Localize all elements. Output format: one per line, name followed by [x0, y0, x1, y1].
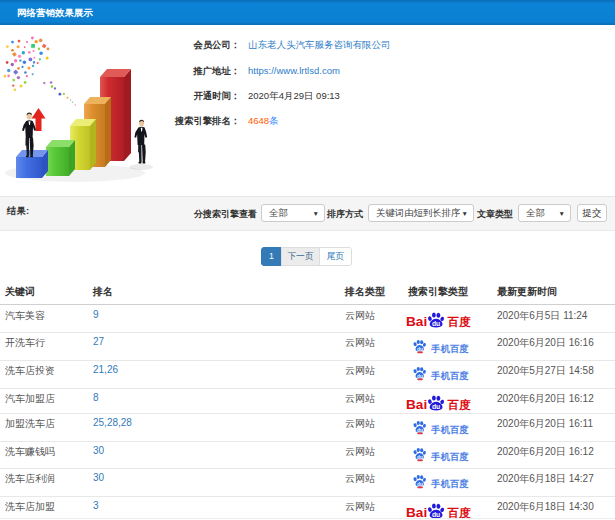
svg-text:du: du	[432, 511, 440, 518]
svg-text:手机百度: 手机百度	[430, 478, 469, 489]
svg-text:du: du	[417, 347, 423, 352]
svg-text:du: du	[417, 374, 423, 379]
svg-text:百度: 百度	[447, 398, 472, 411]
svg-text:百度: 百度	[447, 315, 472, 328]
svg-text:Bai: Bai	[406, 397, 427, 412]
svg-text:手机百度: 手机百度	[430, 424, 469, 435]
svg-text:du: du	[417, 428, 423, 433]
svg-text:手机百度: 手机百度	[430, 370, 469, 381]
svg-text:手机百度: 手机百度	[430, 451, 469, 462]
svg-text:du: du	[432, 403, 440, 410]
svg-text:du: du	[432, 320, 440, 327]
svg-text:du: du	[417, 455, 423, 460]
svg-text:手机百度: 手机百度	[430, 343, 469, 354]
svg-text:du: du	[417, 482, 423, 487]
svg-text:Bai: Bai	[406, 314, 427, 329]
